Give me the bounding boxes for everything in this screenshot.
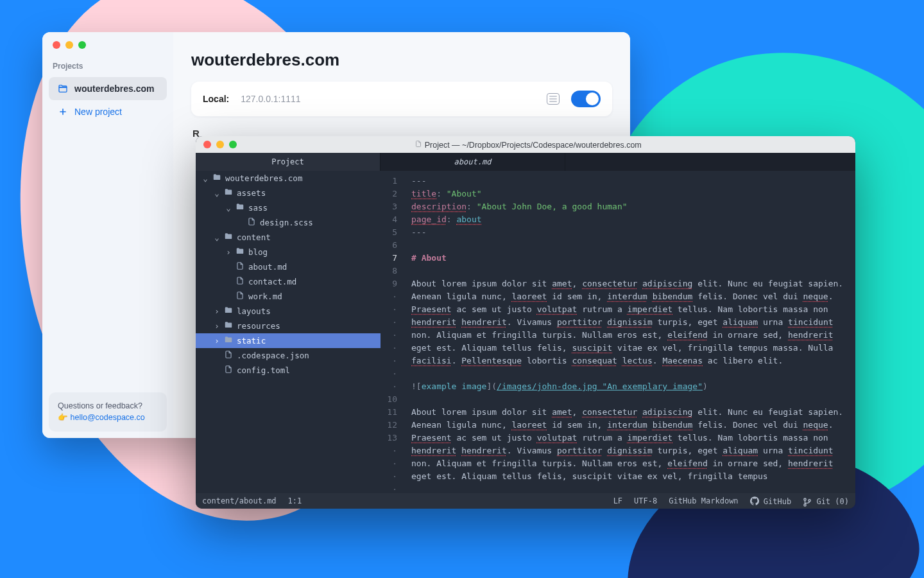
window-zoom-button[interactable] — [78, 41, 86, 49]
document-icon — [415, 140, 422, 148]
feedback-heading: Questions or feedback? — [58, 400, 158, 412]
svg-point-3 — [809, 499, 810, 501]
tree-folder[interactable]: ⌄wouterdebres.com — [196, 171, 381, 186]
svg-point-2 — [804, 504, 806, 505]
tree-folder[interactable]: ⌄assets — [196, 186, 381, 200]
tab-project[interactable]: Project — [196, 153, 381, 171]
tree-file[interactable]: contact.md — [196, 274, 381, 289]
folder-icon — [224, 335, 233, 346]
svg-point-1 — [804, 498, 806, 500]
pointing-hand-icon: 👉 — [58, 413, 68, 422]
tree-file[interactable]: about.md — [196, 259, 381, 274]
feedback-email-link[interactable]: hello@codespace.co — [70, 413, 144, 422]
file-icon — [235, 276, 244, 287]
tree-item-label: static — [237, 336, 266, 346]
tree-item-label: work.md — [248, 292, 282, 301]
file-icon — [247, 217, 256, 228]
tree-item-label: wouterdebres.com — [225, 173, 302, 183]
sidebar-heading: Projects — [42, 53, 173, 77]
git-branch-icon — [803, 498, 812, 507]
list-view-icon[interactable] — [547, 93, 560, 105]
tree-item-label: content — [237, 232, 271, 242]
status-encoding[interactable]: UTF-8 — [634, 496, 657, 505]
tree-folder[interactable]: ›blog — [196, 245, 381, 259]
folder-icon — [235, 247, 244, 258]
editor-window: Project — ~/Dropbox/Projects/Codespace/w… — [196, 136, 855, 509]
folder-icon — [224, 188, 233, 198]
editor-titlebar: Project — ~/Dropbox/Projects/Codespace/w… — [196, 136, 855, 153]
status-filepath[interactable]: content/about.md — [202, 496, 277, 505]
tree-item-label: layouts — [237, 306, 271, 316]
tree-folder[interactable]: ›layouts — [196, 304, 381, 319]
tree-folder[interactable]: ›static — [196, 333, 381, 348]
local-label: Local: — [203, 94, 229, 104]
disclosure-arrow-icon[interactable]: › — [214, 321, 220, 331]
window-minimize-button[interactable] — [65, 41, 73, 49]
local-address-input[interactable] — [241, 94, 535, 104]
sidebar-new-project[interactable]: New project — [49, 100, 167, 123]
disclosure-arrow-icon[interactable]: › — [225, 247, 232, 257]
editor-tabs: Project about.md — [196, 153, 855, 171]
code-editor[interactable]: 123456789········10111213····· --- title… — [381, 171, 855, 493]
disclosure-arrow-icon[interactable]: › — [214, 336, 220, 346]
svg-rect-0 — [59, 87, 67, 92]
file-icon — [224, 350, 233, 361]
page-title: wouterdebres.com — [191, 50, 612, 70]
window-controls — [42, 32, 173, 53]
file-icon — [235, 291, 244, 302]
tree-item-label: sass — [248, 203, 268, 213]
sidebar-item-label: New project — [74, 107, 122, 117]
github-icon — [750, 496, 759, 505]
editor-statusbar: content/about.md 1:1 LF UTF-8 GitHub Mar… — [196, 493, 855, 509]
server-toggle[interactable] — [571, 91, 601, 107]
tree-item-label: contact.md — [248, 277, 296, 286]
tree-item-label: assets — [237, 188, 266, 198]
status-eol[interactable]: LF — [613, 496, 622, 505]
tree-file[interactable]: config.toml — [196, 363, 381, 378]
disclosure-arrow-icon[interactable]: ⌄ — [202, 173, 209, 183]
status-cursor-pos[interactable]: 1:1 — [288, 496, 302, 505]
feedback-card: Questions or feedback? 👉 hello@codespace… — [49, 392, 167, 432]
window-close-button[interactable] — [53, 41, 60, 49]
disclosure-arrow-icon[interactable]: › — [214, 306, 220, 316]
editor-window-title: Project — ~/Dropbox/Projects/Codespace/w… — [425, 141, 642, 150]
disclosure-arrow-icon[interactable]: ⌄ — [214, 188, 220, 198]
folder-icon — [224, 320, 233, 331]
tree-item-label: design.scss — [260, 218, 313, 227]
tree-item-label: about.md — [248, 262, 287, 272]
tree-folder[interactable]: ⌄content — [196, 230, 381, 245]
tree-file[interactable]: work.md — [196, 289, 381, 304]
editor-window-zoom-button[interactable] — [229, 141, 237, 148]
tree-folder[interactable]: ⌄sass — [196, 200, 381, 215]
editor-window-minimize-button[interactable] — [216, 141, 224, 148]
codespace-sidebar: Projects wouterdebres.com New project Qu… — [42, 32, 173, 438]
tree-item-label: resources — [237, 321, 280, 331]
tree-file[interactable]: design.scss — [196, 215, 381, 230]
editor-window-close-button[interactable] — [203, 141, 211, 148]
plus-icon — [58, 107, 68, 117]
folder-icon — [212, 173, 221, 184]
line-gutter: 123456789········10111213····· — [381, 171, 402, 493]
file-icon — [224, 365, 233, 376]
folder-icon — [235, 202, 244, 213]
code-source[interactable]: --- title: "About" description: "About J… — [402, 171, 855, 493]
sidebar-item-label: wouterdebres.com — [74, 83, 154, 94]
tree-file[interactable]: .codespace.json — [196, 348, 381, 363]
folder-icon — [224, 232, 233, 243]
local-server-card: Local: — [191, 82, 612, 116]
disclosure-arrow-icon[interactable]: ⌄ — [214, 232, 220, 242]
status-remote[interactable]: GitHub — [750, 496, 792, 506]
status-git[interactable]: Git (0) — [803, 496, 849, 506]
file-tree[interactable]: ⌄wouterdebres.com⌄assets⌄sassdesign.scss… — [196, 171, 381, 493]
tab-aboutmd[interactable]: about.md — [381, 153, 565, 171]
tree-folder[interactable]: ›resources — [196, 319, 381, 333]
tree-item-label: .codespace.json — [237, 351, 309, 360]
folder-icon — [224, 306, 233, 317]
project-icon — [58, 83, 68, 94]
disclosure-arrow-icon[interactable]: ⌄ — [225, 203, 232, 213]
tree-item-label: config.toml — [237, 365, 290, 375]
tree-item-label: blog — [248, 247, 268, 257]
status-grammar[interactable]: GitHub Markdown — [669, 496, 738, 505]
sidebar-item-project[interactable]: wouterdebres.com — [49, 77, 167, 100]
file-icon — [235, 261, 244, 272]
